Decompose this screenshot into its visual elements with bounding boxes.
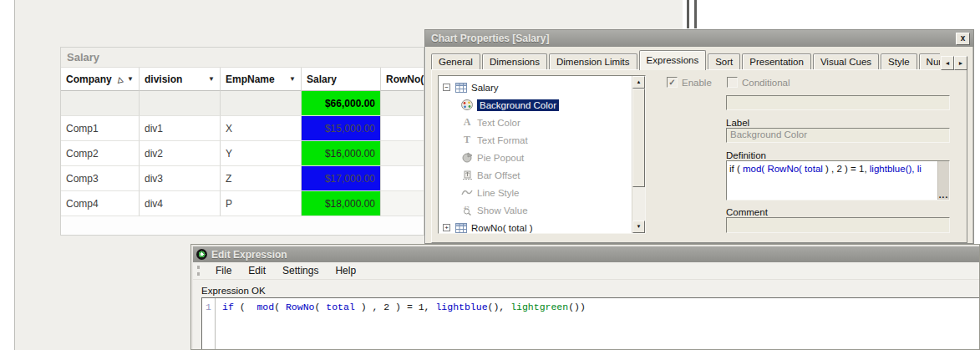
comment-caption: Comment: [726, 207, 768, 217]
tree-item-show-value[interactable]: 42 Show Value: [440, 201, 645, 219]
salary-table-object: Salary Company △ ▼ division ▼ EmpName ▼: [60, 47, 424, 236]
enable-checkbox: ✓: [667, 77, 678, 88]
division-cell[interactable]: div1: [140, 116, 221, 141]
tab-expressions[interactable]: Expressions: [639, 50, 707, 70]
edit-expression-title: Edit Expression: [211, 249, 287, 261]
table-header-row: Company △ ▼ division ▼ EmpName ▼ Salary: [61, 68, 424, 91]
conditional-checkbox-row: Conditional: [727, 77, 790, 88]
definition-box[interactable]: if ( mod( RowNo( total ) , 2 ) = 1, ligh…: [726, 160, 950, 200]
tree-item-salary[interactable]: − Salary: [440, 79, 645, 96]
tab-visual-cues[interactable]: Visual Cues: [813, 53, 879, 70]
line-number-gutter: 1: [202, 298, 216, 349]
tree-item-text-format[interactable]: T Text Format: [440, 131, 645, 149]
tab-presentation[interactable]: Presentation: [742, 53, 811, 70]
tab-number[interactable]: Number: [919, 53, 940, 70]
salary-table: Company △ ▼ division ▼ EmpName ▼ Salary: [61, 68, 424, 216]
close-button[interactable]: x: [956, 33, 970, 45]
collapse-icon[interactable]: −: [443, 84, 450, 91]
text-color-icon: A: [460, 117, 474, 129]
menu-settings[interactable]: Settings: [274, 263, 327, 278]
table-row: Comp4 div4 P $18,000.00: [61, 191, 424, 216]
expressions-tab-pane: − Salary Background Color A Text Color: [431, 69, 967, 243]
edit-expression-titlebar[interactable]: Edit Expression: [193, 246, 979, 262]
table-total-row: $66,000.00: [61, 91, 424, 116]
chart-properties-dialog: Chart Properties [Salary] x General Dime…: [424, 29, 974, 244]
dialog-title: Chart Properties [Salary]: [431, 33, 956, 44]
pie-popout-icon: [460, 152, 474, 164]
table-row: Comp1 div1 X $15,000.00: [61, 116, 424, 141]
label-caption: Label: [726, 118, 749, 128]
menu-file[interactable]: File: [207, 263, 240, 278]
salary-cell[interactable]: $15,000.00: [302, 116, 381, 141]
selected-tree-label: Background Color: [477, 99, 559, 111]
tab-general[interactable]: General: [431, 53, 480, 70]
column-dropdown-icon[interactable]: ▼: [289, 75, 296, 83]
salary-cell[interactable]: $16,000.00: [302, 141, 381, 166]
column-header-company[interactable]: Company △ ▼: [61, 68, 140, 91]
company-cell[interactable]: Comp4: [61, 191, 140, 216]
window-edge-line: [687, 0, 689, 28]
label-field: Background Color: [726, 128, 950, 143]
scrollbar-thumb[interactable]: [632, 89, 645, 187]
empname-cell[interactable]: Y: [221, 141, 302, 166]
tree-scrollbar[interactable]: ▲ ▼: [632, 76, 645, 233]
empname-cell[interactable]: P: [221, 191, 302, 216]
column-header-rowno[interactable]: RowNo( t: [381, 68, 424, 91]
table-row: Comp2 div2 Y $16,000.00: [61, 141, 424, 166]
scroll-down-icon[interactable]: ▼: [632, 221, 645, 233]
expression-tree: − Salary Background Color A Text Color: [438, 75, 646, 234]
empname-cell[interactable]: X: [221, 116, 302, 141]
salary-cell[interactable]: $17,000.00: [302, 166, 381, 191]
table-row: Comp3 div3 Z $17,000.00: [61, 166, 424, 191]
show-value-icon: 42: [460, 205, 474, 216]
column-dropdown-icon[interactable]: ▼: [127, 75, 134, 83]
tree-item-rowno-total[interactable]: + RowNo( total ): [440, 219, 645, 234]
menu-help[interactable]: Help: [327, 263, 364, 278]
column-header-salary[interactable]: Salary: [302, 68, 381, 91]
tree-item-bar-offset[interactable]: Bar Offset: [440, 166, 645, 184]
salary-cell[interactable]: $18,000.00: [302, 191, 381, 216]
company-cell[interactable]: Comp1: [61, 116, 140, 141]
expression-code-line[interactable]: if ( mod( RowNo( total ) , 2 ) = 1, ligh…: [216, 298, 586, 349]
tab-dimensions[interactable]: Dimensions: [482, 53, 547, 70]
edit-expression-window: Edit Expression File Edit Settings Help …: [190, 244, 980, 350]
company-cell[interactable]: Comp3: [61, 166, 140, 191]
expression-editor-more-button[interactable]: ...: [939, 190, 948, 200]
tab-dimension-limits[interactable]: Dimension Limits: [549, 53, 637, 70]
column-header-empname[interactable]: EmpName ▼: [221, 68, 302, 91]
sort-ascending-icon[interactable]: △: [116, 74, 124, 84]
menu-grip-icon: [197, 266, 200, 276]
definition-expression[interactable]: if ( mod( RowNo( total ) , 2 ) = 1, ligh…: [727, 161, 937, 176]
definition-caption: Definition: [726, 150, 766, 160]
tab-style[interactable]: Style: [881, 53, 917, 70]
expression-editor[interactable]: 1 if ( mod( RowNo( total ) , 2 ) = 1, li…: [201, 297, 979, 349]
text-format-icon: T: [460, 134, 474, 146]
division-cell[interactable]: div2: [140, 141, 221, 166]
expand-icon[interactable]: +: [443, 224, 450, 231]
conditional-checkbox: [727, 77, 738, 88]
comment-field[interactable]: [726, 217, 950, 233]
company-cell[interactable]: Comp2: [61, 141, 140, 166]
table-caption[interactable]: Salary: [61, 48, 424, 68]
column-header-division[interactable]: division ▼: [140, 68, 221, 91]
expression-table-icon: [454, 222, 468, 234]
column-dropdown-icon[interactable]: ▼: [208, 75, 215, 83]
tree-item-text-color[interactable]: A Text Color: [440, 114, 645, 131]
enable-label: Enable: [682, 78, 712, 88]
tab-scroll-right-button[interactable]: ►: [954, 56, 967, 70]
tree-item-background-color[interactable]: Background Color: [440, 96, 645, 114]
menu-bar: File Edit Settings Help: [193, 262, 979, 280]
empname-cell[interactable]: Z: [221, 166, 302, 191]
tab-scroll-left-button[interactable]: ◄: [941, 56, 954, 70]
dialog-titlebar[interactable]: Chart Properties [Salary] x: [425, 30, 973, 47]
tab-scroll-buttons: ◄ ►: [941, 56, 967, 70]
tab-sort[interactable]: Sort: [708, 53, 740, 70]
tab-strip: General Dimensions Dimension Limits Expr…: [431, 49, 940, 70]
menu-edit[interactable]: Edit: [240, 263, 274, 278]
tree-item-pie-popout[interactable]: Pie Popout: [440, 149, 645, 166]
scroll-up-icon[interactable]: ▲: [632, 76, 645, 89]
division-cell[interactable]: div3: [140, 166, 221, 191]
tree-item-line-style[interactable]: Line Style: [440, 184, 645, 201]
division-cell[interactable]: div4: [140, 191, 221, 216]
bar-offset-icon: [460, 170, 474, 181]
